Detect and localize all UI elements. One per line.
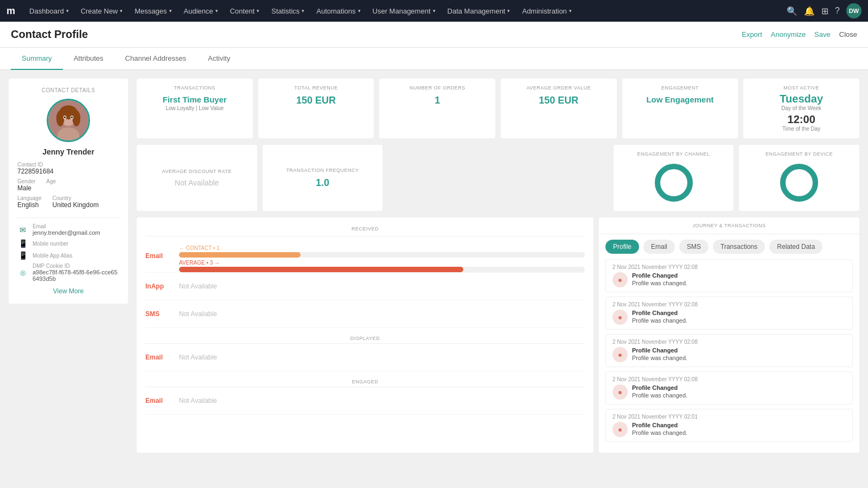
close-button[interactable]: Close [839, 30, 857, 38]
journey-tab-profile[interactable]: Profile [605, 240, 639, 254]
event-content-2: Profile Changed Profile was changed. [632, 347, 846, 361]
page-header: Contact Profile Export Anonymize Save Cl… [0, 22, 868, 48]
most-active-time: 12:00 [750, 113, 853, 126]
total-revenue-label: TOTAL REVENUE [265, 85, 368, 91]
svg-point-14 [783, 166, 815, 199]
event-desc-2: Profile was changed. [632, 355, 846, 361]
contact-bar-label: ← CONTACT • 1 [179, 245, 585, 251]
save-button[interactable]: Save [814, 30, 831, 38]
engagement-channel-card: ENGAGEMENT BY CHANNEL [614, 145, 734, 211]
event-avatar-3: ● [612, 384, 628, 400]
event-title-4: Profile Changed [632, 422, 846, 428]
received-section: RECEIVED Email ← CONTACT • 1 AVERAGE • 3… [137, 217, 593, 453]
logo: m [7, 5, 15, 17]
mobile-label: Mobile number [33, 241, 68, 247]
mobile-icon: 📱 [17, 239, 28, 248]
nav-dashboard[interactable]: Dashboard ▾ [24, 5, 74, 17]
help-icon[interactable]: ? [835, 6, 840, 16]
journey-section: JOURNEY & TRANSACTIONS Profile Email SMS… [599, 217, 859, 453]
engagement-label: ENGAGEMENT [629, 85, 732, 91]
journey-event-2: 2 Nov 2021 November YYYY 02:08 ● Profile… [605, 334, 853, 367]
avg-discount-value: Not Available [175, 178, 219, 187]
dmp-icon: ◎ [17, 269, 28, 277]
sms-received-row: SMS Not Available [145, 300, 585, 328]
event-desc-3: Profile was changed. [632, 392, 846, 399]
nav-data-management[interactable]: Data Management ▾ [442, 5, 516, 17]
view-more-button[interactable]: View More [17, 287, 119, 295]
orders-card: NUMBER OF ORDERS 1 [379, 79, 495, 138]
average-bar-fill [179, 267, 463, 272]
journey-event-4: 2 Nov 2021 November YYYY 02:01 ● Profile… [605, 409, 853, 442]
nav-create-new[interactable]: Create New ▾ [75, 5, 129, 17]
nav-audience[interactable]: Audience ▾ [178, 5, 224, 17]
email-engaged-row: Email Not Available [145, 387, 585, 415]
orders-label: NUMBER OF ORDERS [386, 85, 489, 91]
event-desc-4: Profile was changed. [632, 429, 846, 436]
journey-header: JOURNEY & TRANSACTIONS [599, 217, 859, 234]
event-content-4: Profile Changed Profile was changed. [632, 422, 846, 436]
journey-tab-sms[interactable]: SMS [679, 240, 709, 254]
age-field: Age [46, 178, 56, 192]
transactions-label: TRANSACTIONS [143, 85, 246, 91]
avatar-wrap [17, 99, 119, 142]
engagement-value: Low Engagement [629, 95, 732, 104]
contact-id-field: Contact ID 7228591684 [17, 162, 119, 175]
anonymize-button[interactable]: Anonymize [771, 30, 806, 38]
journey-tab-transactions[interactable]: Transactions [713, 240, 765, 254]
received-header: RECEIVED [145, 223, 585, 236]
bottom-row: RECEIVED Email ← CONTACT • 1 AVERAGE • 3… [137, 217, 859, 453]
avatar[interactable]: DW [846, 3, 861, 18]
top-navigation: m Dashboard ▾ Create New ▾ Messages ▾ Au… [0, 0, 868, 22]
event-avatar-0: ● [612, 272, 628, 287]
page-title: Contact Profile [11, 28, 88, 41]
journey-event-0: 2 Nov 2021 November YYYY 02:08 ● Profile… [605, 259, 853, 292]
nav-content[interactable]: Content ▾ [225, 5, 265, 17]
tab-activity[interactable]: Activity [197, 48, 241, 70]
right-content: TRANSACTIONS First Time Buyer Low Loyalt… [137, 79, 859, 474]
avg-discount-card: AVERAGE DISCOUNT RATE Not Available [137, 145, 257, 211]
avg-order-card: AVERAGE ORDER VALUE 150 EUR [501, 79, 617, 138]
journey-event-3: 2 Nov 2021 November YYYY 02:08 ● Profile… [605, 371, 853, 404]
total-revenue-value: 150 EUR [265, 95, 368, 106]
journey-tab-email[interactable]: Email [643, 240, 675, 254]
email-channel-name: Email [145, 252, 173, 260]
transactions-card: TRANSACTIONS First Time Buyer Low Loyalt… [137, 79, 253, 138]
email-row: ✉ Email jenny.trender@gmail.com [17, 223, 119, 236]
most-active-day: Tuesday [750, 93, 853, 105]
age-label: Age [46, 178, 56, 184]
tab-channel-addresses[interactable]: Channel Addresses [114, 48, 197, 70]
orders-value: 1 [386, 95, 489, 106]
email-icon: ✉ [17, 226, 28, 234]
divider [17, 217, 119, 218]
nav-messages[interactable]: Messages ▾ [129, 5, 177, 17]
nav-administration[interactable]: Administration ▾ [516, 5, 577, 17]
engagement-channel-donut [652, 161, 695, 204]
search-icon[interactable]: 🔍 [787, 6, 797, 16]
tab-attributes[interactable]: Attributes [63, 48, 114, 70]
nav-statistics[interactable]: Statistics ▾ [266, 5, 310, 17]
email-displayed-row: Email Not Available [145, 344, 585, 371]
contact-name: Jenny Trender [17, 147, 119, 156]
event-content-3: Profile Changed Profile was changed. [632, 384, 846, 399]
mobile-row: 📱 Mobile number [17, 239, 119, 248]
email-engaged-name: Email [145, 397, 173, 404]
app-icon: 📱 [17, 251, 28, 260]
inapp-channel-name: InApp [145, 282, 173, 290]
nav-automations[interactable]: Automations ▾ [311, 5, 366, 17]
bell-icon[interactable]: 🔔 [804, 6, 815, 16]
contact-details-label: CONTACT DETAILS [17, 87, 119, 93]
engagement-device-label: ENGAGEMENT BY DEVICE [765, 151, 833, 157]
gender-value: Male [17, 184, 35, 192]
journey-tab-related-data[interactable]: Related Data [769, 240, 822, 254]
nav-user-management[interactable]: User Management ▾ [367, 5, 441, 17]
grid-icon[interactable]: ⊞ [821, 6, 828, 16]
export-button[interactable]: Export [742, 30, 762, 38]
tab-summary[interactable]: Summary [11, 48, 63, 70]
event-content-0: Profile Changed Profile was changed. [632, 272, 846, 286]
email-field-label: Email [33, 223, 100, 229]
engaged-header: ENGAGED [145, 376, 585, 387]
dmp-value: a98ec78f-f678-45f8-6e96-cce656493d5b [33, 269, 119, 282]
event-desc-1: Profile was changed. [632, 317, 846, 324]
svg-point-10 [71, 117, 73, 119]
svg-point-9 [64, 117, 66, 119]
